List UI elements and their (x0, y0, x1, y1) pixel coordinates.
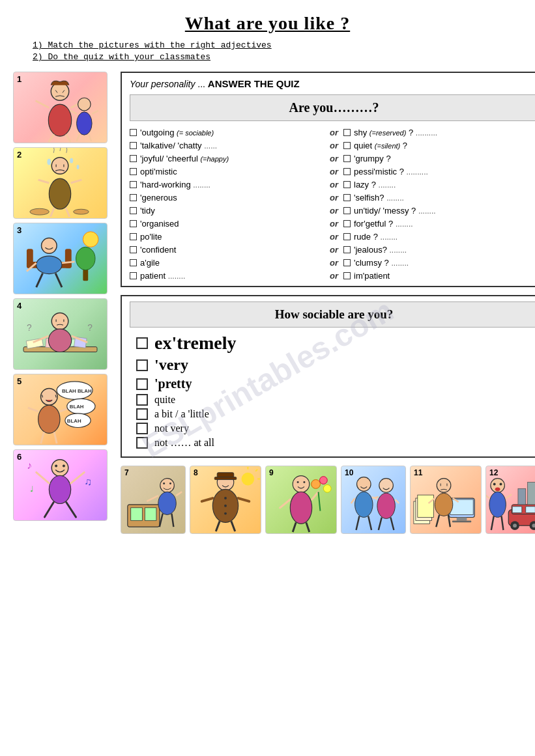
svg-point-92 (224, 512, 227, 515)
svg-point-8 (78, 98, 91, 111)
checkbox-quite[interactable] (136, 394, 148, 406)
checkbox-clumsy[interactable] (343, 259, 351, 266)
svg-line-11 (92, 111, 98, 114)
svg-point-110 (311, 480, 321, 489)
image-11: 11 (410, 466, 482, 534)
trait-agile-left: a'gile (130, 258, 325, 268)
checkbox-tidy[interactable] (130, 207, 137, 214)
image-2: 2 (13, 147, 108, 219)
image-2-label: 2 (17, 150, 22, 160)
checkbox-selfish[interactable] (343, 194, 351, 201)
checkbox-talkative[interactable] (130, 142, 137, 149)
checkbox-optimistic[interactable] (130, 168, 137, 175)
svg-line-105 (280, 499, 291, 508)
bottom-images-row: 7 8 (121, 466, 535, 534)
checkbox-organised[interactable] (130, 220, 137, 227)
svg-rect-79 (145, 508, 156, 521)
checkbox-polite[interactable] (130, 233, 137, 240)
checkbox-notatall[interactable] (136, 437, 148, 449)
svg-line-155 (501, 516, 503, 530)
checkbox-impatient[interactable] (343, 272, 351, 279)
image-12-label: 12 (489, 468, 498, 477)
checkbox-lazy[interactable] (343, 181, 351, 188)
quiz-subtitle: Your personality ... ANSWER THE QUIZ (130, 78, 535, 89)
checkbox-quiet[interactable] (343, 142, 351, 149)
checkbox-agile[interactable] (130, 259, 137, 266)
trait-tidy-left: 'tidy (130, 206, 325, 216)
svg-line-120 (368, 516, 371, 530)
svg-line-125 (379, 517, 382, 530)
svg-point-112 (323, 484, 331, 492)
svg-rect-149 (526, 507, 535, 513)
checkbox-jealous[interactable] (343, 246, 351, 253)
checkbox-very[interactable] (136, 359, 148, 371)
svg-point-21 (70, 158, 73, 163)
image-5-label: 5 (17, 376, 22, 386)
checkbox-forgetful[interactable] (343, 220, 351, 227)
quiz-box: Your personality ... ANSWER THE QUIZ Are… (121, 72, 535, 287)
svg-line-35 (55, 273, 62, 288)
sociable-item-very: 'very (136, 356, 535, 374)
trait-outgoing-left: 'outgoing (= sociable) (130, 128, 325, 137)
checkbox-confident[interactable] (130, 246, 137, 253)
right-content: Your personality ... ANSWER THE QUIZ Are… (121, 72, 535, 534)
image-6: 6 ♪ ♫ ♩ (13, 449, 108, 521)
trait-rude-right: rude ? ........ (343, 232, 535, 242)
trait-jealous-right: 'jealous? ........ (343, 245, 535, 255)
checkbox-shy[interactable] (343, 129, 351, 136)
svg-point-111 (319, 477, 327, 484)
svg-point-52 (41, 389, 58, 406)
image-8-label: 8 (194, 468, 198, 477)
svg-point-1 (48, 104, 71, 136)
checkbox-pessimistic[interactable] (343, 168, 351, 175)
svg-line-126 (390, 517, 394, 530)
checkbox-rude[interactable] (343, 233, 351, 240)
svg-point-14 (51, 158, 68, 175)
svg-line-5 (66, 135, 70, 141)
svg-point-9 (77, 112, 93, 135)
svg-point-38 (76, 247, 95, 270)
image-12: 12 (485, 466, 535, 534)
svg-point-156 (493, 483, 496, 486)
svg-text:♪: ♪ (27, 460, 32, 471)
checkbox-pretty[interactable] (136, 378, 148, 390)
svg-rect-148 (512, 507, 522, 513)
checkbox-joyful[interactable] (130, 155, 137, 162)
checkbox-notvery[interactable] (136, 423, 148, 434)
svg-line-57 (54, 432, 57, 443)
svg-text:BLAH: BLAH (70, 404, 84, 410)
svg-line-118 (351, 498, 355, 503)
svg-point-121 (379, 479, 394, 493)
left-images-column: 1 (13, 72, 114, 534)
image-5: 5 BLAH BLAH BLAH BLAH (13, 374, 108, 445)
svg-point-20 (47, 159, 51, 165)
svg-line-106 (312, 492, 319, 499)
image-7: 7 (121, 466, 186, 534)
checkbox-generous[interactable] (130, 194, 137, 201)
checkbox-hardworking[interactable] (130, 181, 137, 188)
checkbox-untidy[interactable] (343, 207, 351, 214)
checkbox-patient[interactable] (130, 272, 137, 279)
image-1-label: 1 (17, 74, 22, 84)
image-3-label: 3 (17, 225, 22, 235)
checkbox-abit[interactable] (136, 408, 148, 420)
svg-line-93 (202, 498, 213, 501)
svg-point-103 (293, 476, 310, 493)
are-you-heading: Are you………? (130, 94, 535, 121)
instruction-1: 1) Match the pictures with the right adj… (33, 40, 522, 50)
sociable-item-quite: quite (136, 394, 535, 406)
trait-generous-left: 'generous (130, 193, 325, 203)
svg-line-152 (486, 494, 489, 498)
trait-grumpy-right: 'grumpy ? (343, 154, 535, 163)
checkbox-outgoing[interactable] (130, 129, 137, 136)
checkbox-extremely[interactable] (136, 337, 148, 349)
svg-line-32 (62, 262, 75, 263)
sociable-list: ex'tremely 'very 'pretty quite a bit / a… (130, 333, 535, 449)
trait-shy-right: shy (=reserved) ? .......... (343, 128, 535, 137)
svg-rect-28 (27, 249, 33, 268)
svg-line-68 (36, 472, 50, 483)
svg-line-124 (395, 499, 399, 503)
trait-quiet-right: quiet (=silent) ? (343, 141, 535, 150)
checkbox-grumpy[interactable] (343, 155, 351, 162)
instruction-2: 2) Do the quiz with your classmates (33, 52, 522, 62)
